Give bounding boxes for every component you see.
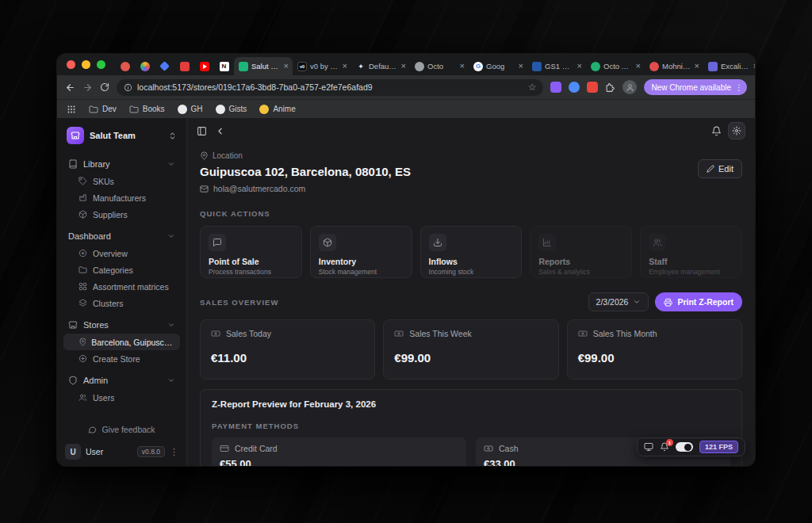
chrome-update-button[interactable]: New Chrome available ⋮ [644,79,747,95]
sales-overview-title: SALES OVERVIEW [200,298,278,307]
users-icon [79,393,87,402]
nav-section-stores[interactable]: Stores [63,315,180,334]
team-switcher[interactable]: Salut Team [63,124,180,147]
sidebar-toggle-icon[interactable] [197,126,207,136]
extensions-puzzle-icon[interactable] [605,82,615,93]
tab-v0[interactable]: v0 by Verc × [293,57,351,75]
date-select[interactable]: 2/3/2026 [588,292,649,311]
store-email: hola@salutmercado.com [213,184,305,193]
nav-section-admin[interactable]: Admin [63,371,180,389]
pencil-icon [707,165,714,173]
sidebar-item-manufacturers[interactable]: Manufacturers [63,189,180,206]
extension-icon[interactable] [587,82,598,93]
close-icon[interactable]: × [343,62,347,71]
bookmark-anime[interactable]: Anime [259,105,295,114]
tab-default-pr[interactable]: Default Pr × [351,57,410,75]
bookmark-label: Dev [102,105,117,113]
tab-salut-erp[interactable]: Salut ERP × [234,57,293,75]
bookmark-label: GH [191,105,203,113]
bell-icon[interactable] [711,126,722,136]
close-icon[interactable]: × [401,62,406,71]
close-window-button[interactable] [67,60,75,69]
user-menu-icon[interactable]: ⋮ [170,447,178,457]
chevron-down-icon [167,321,175,329]
tab-label: v0 by Verc [310,62,339,71]
tab-octo[interactable]: Octo × [410,57,469,75]
back-button[interactable] [65,82,75,93]
nav-section-dashboard[interactable]: Dashboard [63,227,180,245]
tab-label: Default Pr [369,62,398,71]
nav-section-library[interactable]: Library [63,155,180,173]
sidebar-item-suppliers[interactable]: Suppliers [63,206,180,223]
credit-card-icon [220,444,229,453]
nav-section-label: Library [83,159,110,169]
monitor-icon[interactable] [644,442,653,452]
tab-google[interactable]: Goog × [469,57,527,75]
tab-mohnish[interactable]: Mohnish P × [645,57,703,75]
bookmark-gh[interactable]: GH [178,105,203,114]
quick-action-inventory[interactable]: Inventory Stock management [310,226,412,278]
apps-grid-icon[interactable] [67,105,76,114]
sidebar-item-clusters[interactable]: Clusters [63,295,180,311]
quick-action-inflows[interactable]: Inflows Incoming stock [420,226,523,278]
z-report-title: Z-Report Preview for February 3, 2026 [212,399,730,409]
bookmark-label: Anime [273,105,295,113]
bookmark-books[interactable]: Books [129,105,165,114]
folder-icon [89,105,98,114]
quick-action-point-of-sale[interactable]: Point of Sale Process transactions [200,226,302,278]
sidebar-item-users[interactable]: Users [63,389,180,406]
close-icon[interactable]: × [284,62,289,71]
close-icon[interactable]: × [519,62,523,71]
sidebar-item-overview[interactable]: Overview [63,245,180,262]
reload-button[interactable] [100,82,109,92]
pinned-tab[interactable] [135,57,155,75]
settings-gear-button[interactable] [728,122,745,139]
site-info-icon[interactable] [124,83,132,92]
sidebar-item-categories[interactable]: Categories [63,262,180,278]
pinned-tab[interactable] [194,57,214,75]
pinned-tab[interactable] [174,57,194,75]
close-icon[interactable]: × [460,62,465,71]
tab-label: Excalidraw [721,62,750,71]
pinned-tab[interactable] [155,57,174,75]
bell-icon[interactable]: 1 [660,442,669,452]
edit-button[interactable]: Edit [698,159,742,178]
extension-icon[interactable] [569,82,580,93]
tab-excalidraw[interactable]: Excalidraw × [703,57,755,75]
bookmark-gists[interactable]: Gists [216,105,247,114]
close-icon[interactable]: × [695,62,699,71]
sidebar-item-skus[interactable]: SKUs [63,173,180,189]
overlay-toggle[interactable] [676,442,693,452]
bookmark-dev[interactable]: Dev [89,105,117,114]
back-chevron-icon[interactable] [215,126,225,136]
close-icon[interactable]: × [636,62,641,71]
payment-methods-title: PAYMENT METHODS [212,422,730,430]
grid-icon [79,282,87,291]
pinned-tab[interactable] [214,57,234,75]
mail-icon [200,185,209,193]
forward-button[interactable] [82,82,93,93]
close-icon[interactable]: × [577,62,582,71]
extension-icon[interactable] [550,82,561,93]
minimize-window-button[interactable] [82,60,90,69]
profile-avatar[interactable] [622,80,637,94]
pinned-tab[interactable] [115,57,135,75]
app-area: Salut Team Library SKUs [57,118,755,466]
print-z-report-button[interactable]: Print Z-Report [655,292,742,311]
close-icon[interactable]: × [753,62,755,71]
bookmark-star-icon[interactable]: ☆ [528,82,537,92]
tab-octo-api[interactable]: Octo API × [586,57,645,75]
give-feedback-button[interactable]: Give feedback [63,418,180,441]
sidebar-item-store-barcelona[interactable]: Barcelona, Guipuscoa, 102 [63,334,180,350]
pinned-tab-icon [159,61,170,71]
tab-label: Mohnish P [662,62,691,71]
user-menu[interactable]: U User v0.8.0 ⋮ [63,441,180,460]
sidebar-item-create-store[interactable]: Create Store [63,350,180,367]
tab-gs1[interactable]: GS1 Datab × [527,57,586,75]
zoom-window-button[interactable] [97,60,105,69]
tab-label: Octo API [603,62,633,71]
browser-menu-icon[interactable]: ⋮ [735,83,743,92]
notion-icon [220,62,229,71]
address-bar[interactable]: localhost:5173/stores/019c17a6-3bd8-7ba0… [117,79,543,96]
sidebar-item-assortment-matrices[interactable]: Assortment matrices [63,278,180,295]
